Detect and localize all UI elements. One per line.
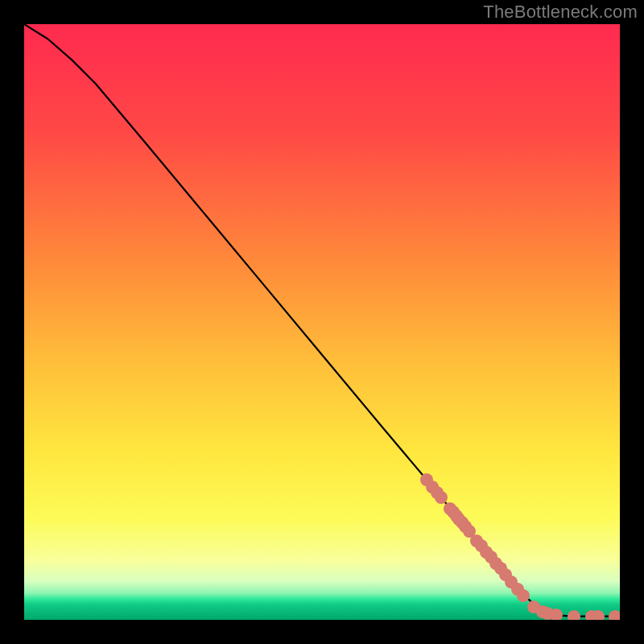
data-marker [609,610,620,620]
data-marker [517,589,530,602]
data-marker [568,610,580,620]
watermark-text: TheBottleneck.com [483,2,638,23]
data-marker [592,610,605,620]
data-marker [435,491,448,504]
data-marker [550,609,563,620]
marker-layer [24,24,620,620]
chart-frame: TheBottleneck.com [0,0,644,644]
plot-area [24,24,620,620]
